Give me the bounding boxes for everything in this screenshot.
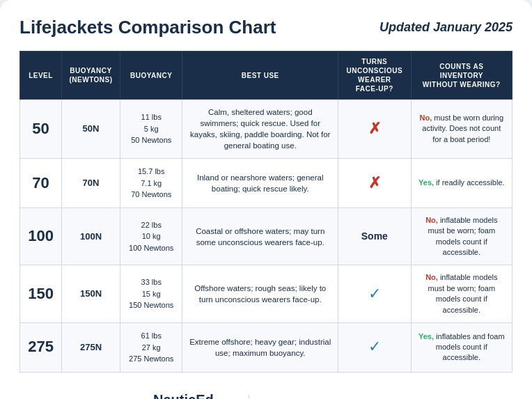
table-row: 100100N22 lbs10 kg100 NewtonsCoastal or … — [20, 208, 513, 265]
blue-check-icon: ✓ — [368, 285, 381, 302]
col-header-turns: TURNSUNCONSCIOUSWEARERFACE-UP? — [338, 52, 412, 100]
comparison-table: LEVEL BUOYANCY(Newtons) BUOYANCY BEST US… — [19, 51, 513, 373]
col-header-level: LEVEL — [20, 52, 62, 100]
cell-buoyancy-detail: 11 lbs5 kg50 Newtons — [120, 100, 182, 159]
col-header-buoyancy-n: BUOYANCY(Newtons) — [62, 52, 120, 100]
table-row: 7070N15.7 lbs7.1 kg70 NewtonsInland or n… — [20, 159, 513, 208]
cell-turns: ✓ — [338, 265, 412, 323]
blue-check-icon: ✓ — [368, 338, 381, 355]
col-header-buoyancy: BUOYANCY — [120, 52, 182, 100]
cell-turns: ✓ — [338, 323, 412, 373]
cell-turns: Some — [338, 208, 412, 265]
cell-best-use: Coastal or offshore waters; may turn som… — [182, 208, 338, 265]
cell-counts: Yes, if readily accessible. — [411, 159, 512, 208]
page-title: Lifejackets Comparison Chart — [19, 17, 276, 38]
col-header-best-use: BEST USE — [182, 52, 338, 100]
cell-buoyancy-detail: 22 lbs10 kg100 Newtons — [120, 208, 182, 265]
some-text: Some — [361, 230, 388, 242]
footer-divider — [249, 395, 249, 399]
cell-best-use: Extreme offshore; heavy gear; industrial… — [182, 323, 338, 373]
header: Lifejackets Comparison Chart Updated Jan… — [19, 17, 513, 38]
cell-level: 70 — [20, 159, 62, 208]
cell-buoyancy-n: 150N — [62, 265, 120, 323]
cell-level: 150 — [20, 265, 62, 323]
cell-best-use: Calm, sheltered waters; good swimmers; q… — [182, 100, 338, 159]
cell-counts: No, inflatable models must be worn; foam… — [411, 208, 512, 265]
cell-level: 50 — [20, 100, 62, 159]
nautic-ed-logo: NauticEd International Powerboating& Sai… — [146, 392, 221, 400]
cell-level: 275 — [20, 323, 62, 373]
cell-turns: ✗ — [338, 159, 412, 208]
cell-buoyancy-n: 50N — [62, 100, 120, 159]
table-header-row: LEVEL BUOYANCY(Newtons) BUOYANCY BEST US… — [20, 52, 513, 100]
cell-best-use: Inland or nearshore waters; general boat… — [182, 159, 338, 208]
nautic-ed-name: NauticEd — [153, 392, 214, 400]
red-x-icon: ✗ — [368, 120, 381, 137]
table-row: 275275N61 lbs27 kg275 NewtonsExtreme off… — [20, 323, 513, 373]
cell-buoyancy-n: 275N — [62, 323, 120, 373]
cell-level: 100 — [20, 208, 62, 265]
cell-best-use: Offshore waters; rough seas; likely to t… — [182, 265, 338, 323]
red-x-icon: ✗ — [368, 174, 381, 191]
footer: NauticEd International Powerboating& Sai… — [19, 385, 513, 400]
table-row: 5050N11 lbs5 kg50 NewtonsCalm, sheltered… — [20, 100, 513, 159]
cell-counts: No, inflatable models must be worn; foam… — [411, 265, 512, 323]
cell-buoyancy-detail: 15.7 lbs7.1 kg70 Newtons — [120, 159, 182, 208]
cell-buoyancy-detail: 33 lbs15 kg150 Newtons — [120, 265, 182, 323]
cell-counts: No, must be worn during activity. Does n… — [411, 100, 512, 159]
cell-buoyancy-n: 70N — [62, 159, 120, 208]
table-row: 150150N33 lbs15 kg150 NewtonsOffshore wa… — [20, 265, 513, 323]
col-header-counts: COUNTS ASINVENTORYWITHOUT WEARING? — [411, 52, 512, 100]
cell-buoyancy-detail: 61 lbs27 kg275 Newtons — [120, 323, 182, 373]
cell-turns: ✗ — [338, 100, 412, 159]
update-date: Updated January 2025 — [380, 20, 513, 35]
cell-buoyancy-n: 100N — [62, 208, 120, 265]
main-card: Lifejackets Comparison Chart Updated Jan… — [0, 0, 532, 399]
cell-counts: Yes, inflatables and foam models count i… — [411, 323, 512, 373]
